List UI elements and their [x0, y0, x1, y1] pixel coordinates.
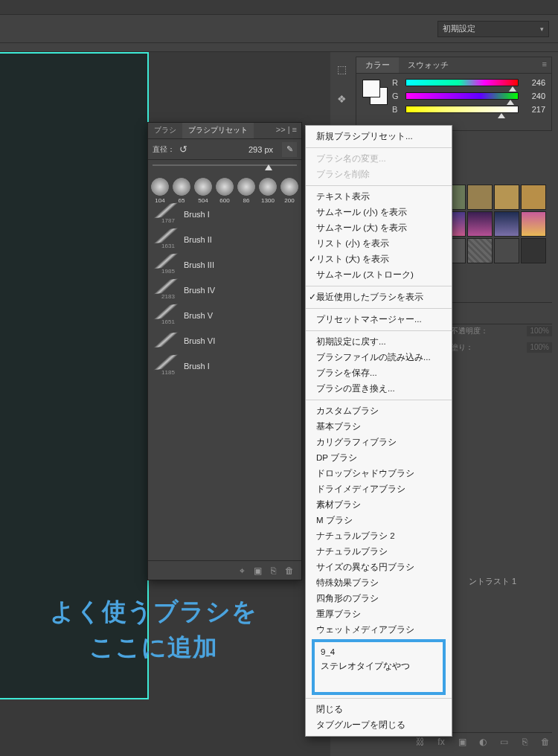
brush-thumb[interactable]: 600 [214, 178, 235, 204]
group-icon[interactable]: ▭ [497, 737, 510, 747]
menu-item[interactable]: テキスト表示 [306, 189, 452, 205]
menu-item[interactable]: 閉じる [306, 702, 452, 717]
menu-item[interactable]: ブラシファイルの読み込み... [306, 350, 452, 365]
menu-separator [306, 400, 452, 400]
new-layer-icon[interactable]: ⎘ [518, 737, 531, 747]
menu-item[interactable]: プリセットマネージャー... [306, 312, 452, 327]
menu-item[interactable]: ブラシを保存... [306, 365, 452, 381]
menu-item[interactable]: ドライメディアブラシ [306, 481, 452, 497]
menu-item[interactable]: サイズの異なる円ブラシ [306, 560, 452, 575]
menu-item[interactable]: カリグラフィブラシ [306, 435, 452, 450]
menu-separator [306, 698, 452, 699]
menu-item[interactable]: 重厚ブラシ [306, 606, 452, 622]
delete-preset-icon[interactable]: 🗑 [285, 566, 294, 576]
menu-item[interactable]: サムネール (大) を表示 [306, 220, 452, 236]
panel-overflow-icon[interactable]: >> | ≡ [272, 123, 301, 138]
swatch-cell[interactable] [467, 185, 493, 210]
brush-thumb[interactable]: 104 [150, 178, 170, 204]
opacity-label: 不透明度： [451, 326, 488, 336]
menu-item[interactable]: ナチュラルブラシ [306, 544, 452, 560]
tab-brush-preset[interactable]: ブラシプリセット [182, 123, 254, 138]
menu-item[interactable]: 新規ブラシプリセット... [306, 129, 452, 144]
brush-size-value[interactable]: 293 px [248, 145, 273, 154]
trash-icon[interactable]: 🗑 [539, 737, 552, 747]
new-preset-icon[interactable]: ⎘ [271, 566, 276, 576]
adjustment-layer-label: ントラスト 1 [469, 576, 552, 587]
tab-brush[interactable]: ブラシ [148, 123, 182, 138]
brush-thumb[interactable]: 200 [279, 178, 300, 204]
menu-separator [306, 286, 452, 286]
brush-thumb[interactable]: 65 [171, 178, 192, 204]
g-slider[interactable] [405, 92, 519, 100]
color-panel: カラー スウォッチ ≡ R 246 G 240 [356, 57, 552, 131]
fx-icon[interactable]: fx [434, 737, 448, 747]
brush-list-row[interactable]: 2183Brush IV [148, 278, 301, 303]
b-slider[interactable] [405, 106, 519, 113]
brush-dynamics-icon[interactable]: ⌖ [240, 566, 245, 576]
brush-settings-icon[interactable]: ✎ [282, 142, 297, 157]
brush-list-row[interactable]: 1631Brush II [148, 227, 301, 252]
menu-item[interactable]: カスタムブラシ [306, 403, 452, 419]
swatch-cell[interactable] [467, 238, 493, 263]
r-slider[interactable] [405, 79, 519, 86]
swatch-cell[interactable] [521, 185, 546, 210]
swatch-cell[interactable] [494, 211, 519, 237]
menu-item[interactable]: 初期設定に戻す... [306, 334, 452, 350]
swatches-icon[interactable]: ❖ [333, 91, 350, 107]
tab-swatches[interactable]: スウォッチ [399, 57, 458, 73]
b-value: 217 [523, 105, 545, 114]
tab-color[interactable]: カラー [356, 57, 399, 73]
menu-item[interactable]: ドロップシャドウブラシ [306, 466, 452, 481]
swatch-cell[interactable] [521, 238, 546, 263]
swatch-cell[interactable] [494, 238, 519, 263]
brush-list-row[interactable]: 1985Brush III [148, 252, 301, 278]
menu-item[interactable]: ✓最近使用したブラシを表示 [306, 289, 452, 305]
menu-item[interactable]: DP ブラシ [306, 450, 452, 466]
fill-value[interactable]: 100% [527, 342, 552, 353]
brush-thumb[interactable]: 86 [236, 178, 257, 204]
menu-item[interactable]: 特殊効果ブラシ [306, 575, 452, 591]
workspace-preset-dropdown[interactable]: 初期設定 ▾ [437, 21, 549, 37]
chevron-down-icon: ▾ [540, 25, 544, 33]
brush-list-row[interactable]: 1651Brush V [148, 303, 301, 328]
pattern-swatch-panel [440, 185, 552, 277]
panel-menu-icon[interactable]: ≡ [538, 57, 551, 73]
menu-item[interactable]: 素材ブラシ [306, 497, 452, 513]
swatch-cell[interactable] [521, 211, 546, 237]
brush-thumb[interactable]: 504 [193, 178, 214, 204]
menu-item[interactable]: ステレオタイプなやつ [316, 659, 441, 674]
menu-item[interactable]: ✓リスト (大) を表示 [306, 252, 452, 267]
swatch-cell[interactable] [494, 185, 519, 210]
opacity-value[interactable]: 100% [527, 326, 552, 336]
brush-list-row[interactable]: 1185Brush I [148, 353, 301, 379]
menu-item[interactable]: 基本ブラシ [306, 419, 452, 435]
menu-item[interactable]: タブグループを閉じる [306, 717, 452, 733]
menu-item[interactable]: サムネール (小) を表示 [306, 205, 452, 220]
save-preset-icon[interactable]: ▣ [254, 566, 262, 576]
link-layers-icon[interactable]: ⛓ [414, 737, 427, 747]
menu-item[interactable]: M ブラシ [306, 513, 452, 528]
mask-icon[interactable]: ▣ [455, 737, 469, 747]
menu-item[interactable]: ナチュラルブラシ 2 [306, 528, 452, 544]
brush-size-slider[interactable] [148, 164, 301, 175]
menu-item[interactable]: 四角形のブラシ [306, 591, 452, 606]
histogram-icon[interactable]: ⬚ [333, 61, 350, 77]
brush-thumb[interactable]: 1300 [257, 178, 278, 204]
menu-item[interactable]: 9_4 [316, 645, 441, 659]
reset-size-icon[interactable]: ↺ [179, 144, 187, 155]
swatch-cell[interactable] [467, 211, 493, 237]
brush-list-row[interactable]: Brush VI [148, 328, 301, 353]
annotation-line2: ここに追加 [12, 630, 295, 665]
menu-item[interactable]: リスト (小) を表示 [306, 236, 452, 252]
menu-item[interactable]: サムネール (ストローク) [306, 267, 452, 283]
menu-item[interactable]: ブラシの置き換え... [306, 381, 452, 397]
menu-separator [306, 308, 452, 309]
menu-separator [306, 147, 452, 148]
brush-list-row[interactable]: 1787Brush I [148, 202, 301, 227]
foreground-background-swatch[interactable] [362, 80, 388, 105]
menu-item[interactable]: ウェットメディアブラシ [306, 622, 452, 638]
workspace-preset-label: 初期設定 [443, 23, 475, 34]
app-menubar-strip [0, 0, 558, 15]
adjustment-icon[interactable]: ◐ [476, 737, 490, 747]
options-bar [0, 43, 558, 52]
